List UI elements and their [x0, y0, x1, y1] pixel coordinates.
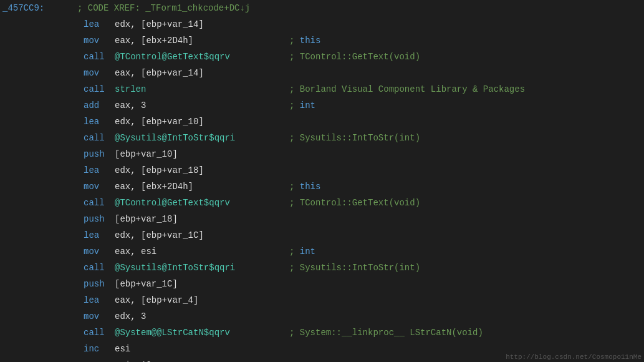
code-line: moveax, [ebp+var_14] — [0, 65, 644, 81]
code-operand: [ebp+var_10] — [108, 146, 283, 162]
code-operand: @Sysutils@IntToStr$qqri — [108, 260, 283, 276]
code-mnemonic: call — [71, 195, 108, 211]
code-line: leaedx, [ebp+var_1C] — [0, 227, 644, 243]
code-operand: @TControl@GetText$qqrv — [108, 195, 283, 211]
code-mnemonic: lea — [71, 227, 108, 243]
code-operand: esi, 19 — [108, 357, 283, 362]
code-mnemonic: add — [71, 97, 108, 114]
code-mnemonic: lea — [71, 292, 108, 308]
code-line: call@TControl@GetText$qqrv; TControl::Ge… — [0, 195, 644, 211]
code-mnemonic: cmp — [71, 357, 108, 362]
code-comment: ; this — [283, 32, 320, 49]
code-comment: ; this — [283, 179, 320, 195]
code-line: leaedx, [ebp+var_14] — [0, 16, 644, 32]
code-line: leaeax, [ebp+var_4] — [0, 292, 644, 308]
code-mnemonic: push — [71, 146, 108, 162]
code-mnemonic: call — [71, 81, 108, 97]
code-comment: ; System::__linkproc__ LStrCatN(void) — [283, 325, 483, 341]
code-line: callstrlen; Borland Visual Component Lib… — [0, 81, 644, 97]
code-line: call@Sysutils@IntToStr$qqri; Sysutils::I… — [0, 260, 644, 276]
code-line: push[ebp+var_1C] — [0, 276, 644, 292]
code-mnemonic: mov — [71, 179, 108, 195]
code-mnemonic: inc — [71, 341, 108, 357]
code-comment: ; int — [283, 97, 315, 114]
code-operand: eax, [ebx+2D4h] — [108, 179, 283, 195]
code-operand: eax, 3 — [108, 97, 283, 114]
code-operand: eax, [ebp+var_14] — [108, 65, 283, 81]
code-operand: edx, [ebp+var_14] — [108, 16, 283, 32]
code-comment: ; TControl::GetText(void) — [283, 49, 420, 65]
code-mnemonic: call — [71, 130, 108, 146]
code-label: _457CC9: — [2, 0, 71, 16]
code-comment: ; CODE XREF: _TForm1_chkcode+DC↓j — [71, 0, 250, 16]
code-line: call@System@@LStrCatN$qqrv; System::__li… — [0, 325, 644, 341]
code-operand: edx, [ebp+var_10] — [108, 114, 283, 130]
code-line: call@Sysutils@IntToStr$qqri; Sysutils::I… — [0, 130, 644, 146]
code-line: push[ebp+var_10] — [0, 146, 644, 162]
code-operand: edx, [ebp+var_1C] — [108, 227, 283, 243]
code-line: call@TControl@GetText$qqrv; TControl::Ge… — [0, 49, 644, 65]
code-line: movedx, 3 — [0, 308, 644, 325]
code-mnemonic: mov — [71, 32, 108, 49]
code-line: addeax, 3; int — [0, 97, 644, 114]
code-mnemonic: call — [71, 260, 108, 276]
code-operand: eax, esi — [108, 243, 283, 260]
code-mnemonic: push — [71, 276, 108, 292]
code-comment: ; Borland Visual Component Library & Pac… — [283, 81, 525, 97]
code-line: moveax, [ebx+2D4h]; this — [0, 32, 644, 49]
code-mnemonic: mov — [71, 308, 108, 325]
code-comment: ; Sysutils::IntToStr(int) — [283, 130, 420, 146]
code-line: moveax, [ebx+2D4h]; this — [0, 179, 644, 195]
code-mnemonic: mov — [71, 65, 108, 81]
code-operand: esi — [108, 341, 283, 357]
code-operand: [ebp+var_1C] — [108, 276, 283, 292]
code-mnemonic: lea — [71, 16, 108, 32]
code-operand: edx, 3 — [108, 308, 283, 325]
code-mnemonic: lea — [71, 162, 108, 179]
code-line: _457CC9:; CODE XREF: _TForm1_chkcode+DC↓… — [0, 0, 644, 16]
code-comment: ; TControl::GetText(void) — [283, 195, 420, 211]
code-comment: ; Sysutils::IntToStr(int) — [283, 260, 420, 276]
code-mnemonic: lea — [71, 114, 108, 130]
code-comment: ; int — [283, 243, 315, 260]
code-operand: [ebp+var_18] — [108, 211, 283, 227]
code-line: push[ebp+var_18] — [0, 211, 644, 227]
code-operand: @TControl@GetText$qqrv — [108, 49, 283, 65]
code-mnemonic: push — [71, 211, 108, 227]
watermark: http://blog.csdn.net/Cosmopo11nMe — [503, 352, 644, 362]
code-operand: @System@@LStrCatN$qqrv — [108, 325, 283, 341]
code-operand: edx, [ebp+var_18] — [108, 162, 283, 179]
code-mnemonic: call — [71, 49, 108, 65]
code-mnemonic: mov — [71, 243, 108, 260]
code-operand: @Sysutils@IntToStr$qqri — [108, 130, 283, 146]
code-operand: strlen — [108, 81, 283, 97]
code-mnemonic: call — [71, 325, 108, 341]
code-line: moveax, esi; int — [0, 243, 644, 260]
code-operand: eax, [ebx+2D4h] — [108, 32, 283, 49]
code-operand: eax, [ebp+var_4] — [108, 292, 283, 308]
code-line: leaedx, [ebp+var_10] — [0, 114, 644, 130]
code-line: leaedx, [ebp+var_18] — [0, 162, 644, 179]
code-container: _457CC9:; CODE XREF: _TForm1_chkcode+DC↓… — [0, 0, 644, 362]
